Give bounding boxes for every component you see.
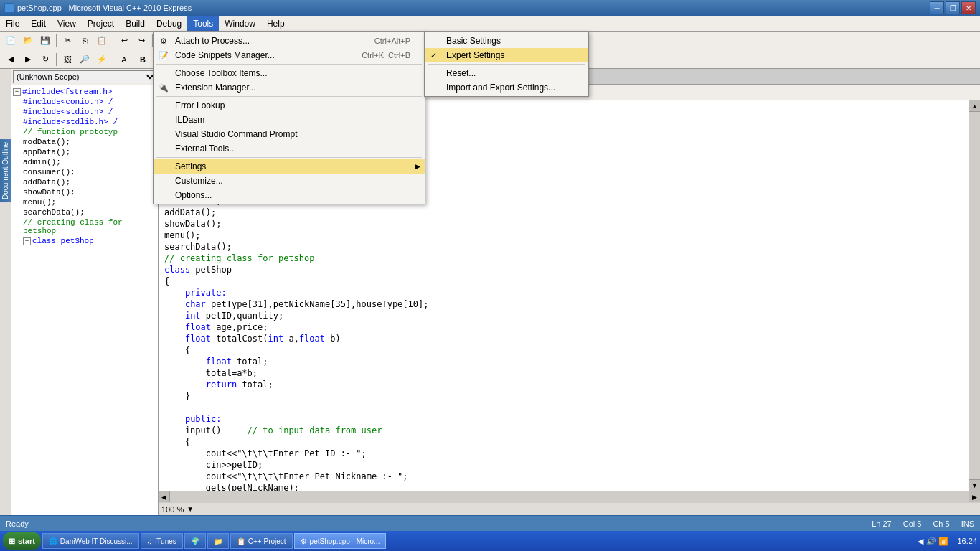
daniweb-icon: 🌐 [49, 537, 57, 545]
new-btn[interactable]: 📄 [3, 33, 19, 49]
close-button[interactable]: ✕ [961, 1, 976, 14]
zoom-bar: 100 % ▼ [159, 502, 980, 515]
scroll-left[interactable]: ◀ [159, 491, 170, 502]
line-info: Ln 27 [872, 519, 892, 528]
scrollbar-v[interactable]: ▲ ▼ [969, 100, 980, 491]
taskbar-network[interactable]: 🌍 [184, 533, 206, 549]
sep7 [113, 53, 113, 66]
itunes-icon: ♫ [147, 537, 153, 545]
extension-icon: 🔌 [158, 82, 169, 93]
menu-tools[interactable]: Tools [187, 16, 219, 31]
menu-build[interactable]: Build [120, 16, 151, 31]
settings-basic[interactable]: Basic Settings [425, 34, 588, 48]
scrollbar-h[interactable]: ◀ ▶ [159, 491, 980, 502]
menu-view[interactable]: View [52, 16, 82, 31]
sep-settings-1 [428, 64, 585, 65]
nav-fwd[interactable]: ▶ [20, 52, 36, 67]
sep-tools-2 [156, 96, 422, 97]
sep-tools-3 [156, 157, 422, 158]
title-bar: petShop.cpp - Microsoft Visual C++ 2010 … [0, 0, 980, 16]
tools-ildasm[interactable]: ILDasm [154, 113, 425, 127]
window-title: petShop.cpp - Microsoft Visual C++ 2010 … [17, 4, 930, 12]
tools-external[interactable]: External Tools... [154, 141, 425, 156]
status-info: Ln 27 Col 5 Ch 5 INS [872, 519, 974, 528]
window-controls: ─ ❐ ✕ [930, 1, 976, 14]
col-info: Col 5 [903, 519, 922, 528]
settings-reset[interactable]: Reset... [425, 66, 588, 80]
menu-debug[interactable]: Debug [151, 16, 187, 31]
cut-btn[interactable]: ✂ [60, 33, 75, 49]
snippets-icon: 📝 [158, 50, 169, 61]
markup-btn[interactable]: ⚡ [94, 52, 110, 67]
scroll-right[interactable]: ▶ [969, 491, 980, 502]
tools-cmdprompt[interactable]: Visual Studio Command Prompt [154, 127, 425, 141]
redo-btn[interactable]: ↪ [133, 33, 149, 49]
tools-menu: ⚙ Attach to Process... Ctrl+Alt+P 📝 Code… [153, 32, 425, 204]
taskbar-daniweb[interactable]: 🌐 DaniWeb IT Discussi... [42, 533, 139, 549]
taskbar-cpp[interactable]: 📋 C++ Project [230, 533, 293, 549]
menu-project[interactable]: Project [82, 16, 120, 31]
tray-arrow[interactable]: ◀ [918, 537, 923, 546]
tree-class[interactable]: − class petShop [23, 236, 156, 246]
sep1 [56, 34, 57, 47]
cpp-icon: 📋 [237, 537, 245, 545]
taskbar: ⊞ start 🌐 DaniWeb IT Discussi... ♫ iTune… [0, 531, 980, 551]
h-scroll-track [170, 491, 969, 502]
status-bar: Ready Ln 27 Col 5 Ch 5 INS [0, 515, 980, 531]
save-btn[interactable]: 💾 [37, 33, 53, 49]
status-text: Ready [6, 519, 29, 528]
tree-items: #include<conio.h> / #include<stdio.h> / … [13, 97, 156, 246]
img-btn[interactable]: 🖼 [60, 52, 75, 67]
vs-icon: ⚙ [301, 537, 307, 545]
nav-back[interactable]: ◀ [3, 52, 19, 67]
scope-selector[interactable]: (Unknown Scope) [13, 70, 156, 83]
expand-class[interactable]: − [23, 237, 31, 245]
tools-errorlookup[interactable]: Error Lookup [154, 98, 425, 113]
taskbar-itunes[interactable]: ♫ iTunes [141, 533, 183, 549]
undo-btn[interactable]: ↩ [116, 33, 132, 49]
ins-mode: INS [961, 519, 974, 528]
folder-icon: 📁 [214, 537, 222, 545]
bold-btn[interactable]: B [135, 52, 151, 67]
menu-file[interactable]: File [0, 16, 25, 31]
tools-snippets[interactable]: 📝 Code Snippets Manager... Ctrl+K, Ctrl+… [154, 48, 425, 62]
tree-root[interactable]: − #include<fstream.h> [13, 87, 156, 97]
tray-icons: 🔊 📶 [926, 537, 948, 546]
start-button[interactable]: ⊞ start [3, 532, 41, 550]
scroll-down[interactable]: ▼ [969, 479, 980, 491]
check-icon: ✓ [430, 51, 437, 60]
settings-expert[interactable]: ✓ Expert Settings [425, 48, 588, 62]
tools-attach[interactable]: ⚙ Attach to Process... Ctrl+Alt+P [154, 34, 425, 48]
format-btn[interactable]: A [116, 52, 132, 67]
document-outline-tab[interactable]: Document Outline [0, 139, 11, 202]
restore-button[interactable]: ❐ [946, 1, 960, 14]
tools-options[interactable]: Options... [154, 188, 425, 202]
sep2 [113, 34, 113, 47]
tools-settings[interactable]: Settings [154, 159, 425, 174]
scroll-up[interactable]: ▲ [969, 100, 980, 112]
tools-customize[interactable]: Customize... [154, 174, 425, 188]
copy-btn[interactable]: ⎘ [77, 33, 93, 49]
open-btn[interactable]: 📂 [20, 33, 36, 49]
collapse-root[interactable]: − [13, 88, 21, 96]
sys-tray: ◀ 🔊 📶 [912, 537, 954, 546]
network-icon: 🌍 [191, 537, 199, 545]
settings-import-export[interactable]: Import and Export Settings... [425, 80, 588, 95]
menu-edit[interactable]: Edit [25, 16, 52, 31]
zoom-btn[interactable]: 🔎 [77, 52, 93, 67]
menu-window[interactable]: Window [219, 16, 261, 31]
paste-btn[interactable]: 📋 [94, 33, 110, 49]
scroll-track [969, 112, 980, 479]
taskbar-folder[interactable]: 📁 [207, 533, 229, 549]
sync-btn[interactable]: ↻ [37, 52, 53, 67]
menu-help[interactable]: Help [261, 16, 291, 31]
zoom-label: 100 % [161, 505, 184, 514]
taskbar-vs[interactable]: ⚙ petShop.cpp - Micro... [294, 533, 387, 549]
clock: 16:24 [957, 537, 977, 545]
minimize-button[interactable]: ─ [930, 1, 944, 14]
zoom-down[interactable]: ▼ [187, 505, 194, 513]
sep-tools-1 [156, 64, 422, 65]
tools-extension[interactable]: 🔌 Extension Manager... [154, 80, 425, 95]
tools-toolbox[interactable]: Choose Toolbox Items... [154, 66, 425, 80]
ch-info: Ch 5 [933, 519, 949, 528]
